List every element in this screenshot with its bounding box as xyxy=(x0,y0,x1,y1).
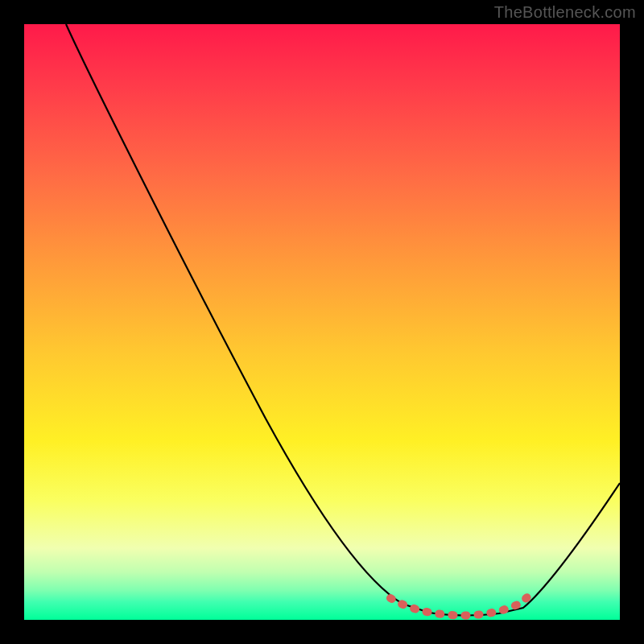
main-curve-line xyxy=(66,24,620,615)
bottom-marker-line xyxy=(390,597,527,615)
chart-container: TheBottleneck.com xyxy=(0,0,644,644)
watermark-label: TheBottleneck.com xyxy=(494,3,636,22)
chart-svg xyxy=(24,24,620,620)
